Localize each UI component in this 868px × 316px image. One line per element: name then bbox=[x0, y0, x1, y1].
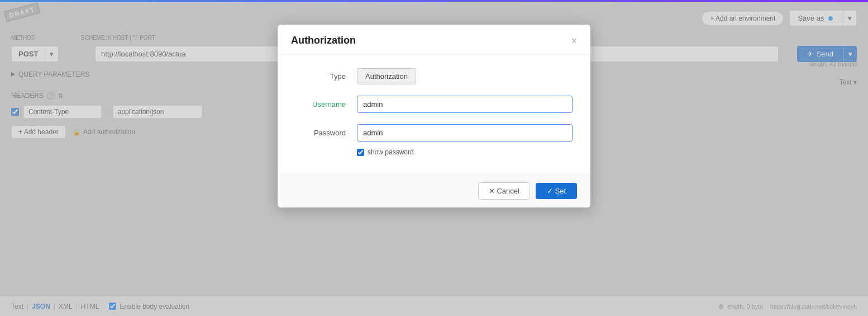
set-button[interactable]: ✓ Set bbox=[536, 183, 577, 199]
password-input[interactable] bbox=[357, 124, 573, 142]
password-row: Password bbox=[295, 124, 573, 142]
modal-header: Authorization × bbox=[278, 25, 590, 55]
show-password-row: show password bbox=[357, 148, 573, 156]
type-button[interactable]: Authorization bbox=[357, 68, 416, 84]
password-label: Password bbox=[295, 129, 357, 137]
type-row: Type Authorization bbox=[295, 68, 573, 84]
modal-close-button[interactable]: × bbox=[571, 36, 577, 46]
modal-overlay: Authorization × Type Authorization Usern… bbox=[0, 2, 868, 316]
show-password-checkbox[interactable] bbox=[357, 149, 364, 156]
username-row: Username bbox=[295, 96, 573, 113]
username-input[interactable] bbox=[357, 96, 573, 113]
modal-title: Authorization bbox=[291, 35, 356, 46]
username-label: Username bbox=[295, 100, 357, 109]
modal-footer: ✕ Cancel ✓ Set bbox=[278, 174, 590, 207]
modal-body: Type Authorization Username Password sho… bbox=[278, 55, 590, 174]
type-label: Type bbox=[295, 72, 357, 81]
authorization-modal: Authorization × Type Authorization Usern… bbox=[278, 25, 590, 207]
cancel-button[interactable]: ✕ Cancel bbox=[478, 182, 530, 200]
show-password-label: show password bbox=[368, 148, 414, 156]
